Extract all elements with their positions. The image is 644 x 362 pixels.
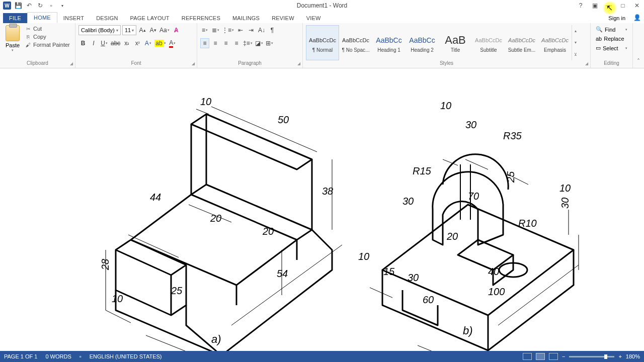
print-layout-icon[interactable] [536,353,545,360]
shrink-font-button[interactable]: A▾ [148,25,157,35]
word-count[interactable]: 0 WORDS [45,353,71,359]
read-mode-icon[interactable] [523,353,532,360]
show-marks-button[interactable]: ¶ [268,25,277,35]
font-name-combo[interactable]: Calibri (Body)▾ [78,25,121,35]
dim-text: 50 [278,114,289,125]
replace-icon: ab [596,36,602,42]
svg-line-1 [211,107,317,152]
tab-insert[interactable]: INSERT [57,13,90,23]
bullets-button[interactable]: ≡▾ [200,25,209,35]
undo-icon[interactable]: ↶ [25,2,33,10]
style-emphasis[interactable]: AaBbCcDcEmphasis [538,25,572,60]
maximize-icon[interactable]: □ [618,2,628,10]
web-layout-icon[interactable] [549,353,558,360]
clear-formatting-button[interactable]: A̷ [172,25,181,35]
subscript-button[interactable]: x₂ [122,38,131,48]
strikethrough-button[interactable]: abc [110,38,121,48]
borders-button[interactable]: ⊞▾ [265,38,274,48]
sort-button[interactable]: A↓ [257,25,266,35]
tab-review[interactable]: REVIEW [266,13,300,23]
language-status[interactable]: ENGLISH (UNITED STATES) [90,353,162,359]
bold-button[interactable]: B [78,38,88,48]
tab-page-layout[interactable]: PAGE LAYOUT [124,13,176,23]
align-left-button[interactable]: ≡ [200,38,209,48]
new-doc-icon[interactable]: ▫ [47,2,55,10]
ribbon-display-icon[interactable]: ▣ [590,2,600,10]
replace-button[interactable]: abReplace [594,35,629,43]
font-group-label: Font [78,60,194,67]
dim-text: 10 [440,100,451,111]
italic-button[interactable]: I [89,38,98,48]
style-subtle-em[interactable]: AaBbCcDcSubtle Em... [505,25,538,60]
tab-mailings[interactable]: MAILINGS [226,13,266,23]
help-icon[interactable]: ? [576,2,586,10]
paragraph-launcher-icon[interactable]: ◢ [297,61,300,66]
tab-home[interactable]: HOME [27,12,57,23]
paste-icon [6,25,20,41]
style-normal[interactable]: AaBbCcDc¶ Normal [306,25,339,60]
multilevel-button[interactable]: ⋮≡▾ [221,25,234,35]
redo-icon[interactable]: ↻ [36,2,44,10]
find-button[interactable]: 🔍Find▾ [594,25,629,34]
zoom-level[interactable]: 180% [626,353,640,359]
save-icon[interactable]: 💾 [14,2,22,10]
text-effects-button[interactable]: A▾ [143,38,152,48]
styles-scroll-up-icon[interactable]: ▴ [572,25,579,37]
sign-in-link[interactable]: Sign in [603,13,630,23]
svg-line-18 [498,265,579,325]
tab-design[interactable]: DESIGN [90,13,124,23]
increase-indent-button[interactable]: ⇥ [247,25,256,35]
tab-view[interactable]: VIEW [300,13,327,23]
page-status[interactable]: PAGE 1 OF 1 [4,353,37,359]
align-center-button[interactable]: ≡ [211,38,220,48]
select-icon: ▭ [596,45,601,51]
underline-button[interactable]: U▾ [100,38,109,48]
styles-launcher-icon[interactable]: ◢ [585,61,588,66]
format-painter-button[interactable]: 🖌Format Painter [24,41,71,48]
grow-font-button[interactable]: A▴ [138,25,147,35]
dim-text: R35 [503,130,522,141]
line-spacing-button[interactable]: ‡≡▾ [243,38,253,48]
cut-button[interactable]: ✂Cut [24,25,71,32]
change-case-button[interactable]: Aa▾ [159,25,170,35]
numbering-button[interactable]: ≣▾ [211,25,220,35]
tab-file[interactable]: FILE [3,13,27,23]
proofing-icon[interactable]: ▫ [79,353,82,359]
document-canvas[interactable]: 10 50 44 20 20 38 54 25 10 28 10 30 R35 … [0,68,644,351]
style-heading1[interactable]: AaBbCcHeading 1 [372,25,406,60]
clipboard-launcher-icon[interactable]: ◢ [70,61,73,66]
font-launcher-icon[interactable]: ◢ [192,61,195,66]
decrease-indent-button[interactable]: ⇤ [236,25,245,35]
align-right-button[interactable]: ≡ [221,38,230,48]
select-button[interactable]: ▭Select▾ [594,44,629,52]
style-title[interactable]: AaBTitle [439,25,472,60]
superscript-button[interactable]: x² [133,38,142,48]
font-color-button[interactable]: A▾ [168,38,177,48]
styles-scroll-down-icon[interactable]: ▾ [572,37,579,48]
dim-text: 10 [358,251,369,262]
style-heading2[interactable]: AaBbCcHeading 2 [406,25,439,60]
shading-button[interactable]: ◪▾ [255,38,264,48]
styles-more-icon[interactable]: ⊻ [572,49,579,60]
font-size-combo[interactable]: 11▾ [122,25,136,35]
dim-text: 30 [465,119,476,130]
svg-line-3 [128,235,179,257]
close-icon[interactable]: ✕ [632,2,642,10]
editing-group-label: Editing [594,60,629,67]
highlight-button[interactable]: ab▾ [154,38,166,48]
paste-button[interactable]: Paste ▾ [3,25,22,52]
zoom-in-icon[interactable]: + [618,353,621,359]
justify-button[interactable]: ≡ [232,38,241,48]
collapse-ribbon-icon[interactable]: ˄ [633,23,644,68]
figure-a-label: a) [211,333,221,345]
zoom-out-icon[interactable]: − [562,353,565,359]
dim-text: 15 [383,266,395,277]
minimize-icon[interactable]: — [604,2,614,10]
user-icon[interactable]: 👤 [630,12,644,23]
tab-references[interactable]: REFERENCES [176,13,226,23]
qat-more-icon[interactable]: ▾ [58,2,66,10]
copy-button[interactable]: ⎘Copy [24,33,71,40]
zoom-slider[interactable] [569,356,614,357]
style-subtitle[interactable]: AaBbCcDcSubtitle [472,25,505,60]
style-no-spacing[interactable]: AaBbCcDc¶ No Spac... [339,25,372,60]
